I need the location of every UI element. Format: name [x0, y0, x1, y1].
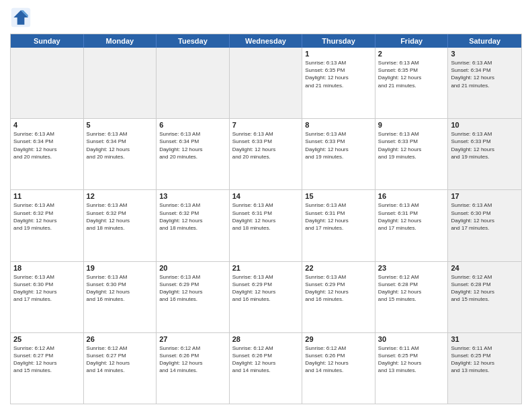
day-number: 26 [87, 335, 154, 343]
day-number: 9 [378, 121, 445, 129]
calendar-cell: 6Sunrise: 6:13 AM Sunset: 6:34 PM Daylig… [157, 119, 230, 189]
cell-info: Sunrise: 6:13 AM Sunset: 6:34 PM Dayligh… [451, 59, 519, 89]
day-number: 3 [451, 50, 519, 58]
cal-header-day: Wednesday [230, 34, 303, 48]
day-number: 13 [159, 192, 226, 200]
cal-header-day: Sunday [11, 34, 84, 48]
day-number: 23 [378, 264, 445, 272]
calendar-cell: 17Sunrise: 6:13 AM Sunset: 6:30 PM Dayli… [448, 190, 521, 261]
cell-info: Sunrise: 6:12 AM Sunset: 6:26 PM Dayligh… [305, 345, 372, 375]
calendar-cell: 12Sunrise: 6:13 AM Sunset: 6:32 PM Dayli… [84, 190, 157, 261]
calendar-cell: 18Sunrise: 6:13 AM Sunset: 6:30 PM Dayli… [11, 262, 84, 332]
calendar-cell: 9Sunrise: 6:13 AM Sunset: 6:33 PM Daylig… [375, 119, 449, 189]
calendar-cell: 24Sunrise: 6:12 AM Sunset: 6:28 PM Dayli… [448, 262, 521, 332]
header [10, 7, 522, 28]
cal-header-day: Friday [375, 34, 449, 48]
calendar-cell: 15Sunrise: 6:13 AM Sunset: 6:31 PM Dayli… [302, 190, 375, 261]
day-number: 22 [305, 264, 372, 272]
calendar-cell: 30Sunrise: 6:11 AM Sunset: 6:25 PM Dayli… [375, 333, 449, 404]
calendar-cell: 22Sunrise: 6:13 AM Sunset: 6:29 PM Dayli… [302, 262, 375, 332]
cell-info: Sunrise: 6:12 AM Sunset: 6:27 PM Dayligh… [87, 345, 154, 375]
logo-icon [10, 7, 32, 28]
logo [10, 7, 34, 28]
cell-info: Sunrise: 6:13 AM Sunset: 6:29 PM Dayligh… [159, 273, 226, 304]
day-number: 2 [378, 50, 445, 58]
cell-info: Sunrise: 6:13 AM Sunset: 6:34 PM Dayligh… [159, 130, 226, 161]
calendar-cell: 1Sunrise: 6:13 AM Sunset: 6:35 PM Daylig… [302, 48, 375, 118]
calendar-cell [11, 48, 84, 118]
calendar-cell: 8Sunrise: 6:13 AM Sunset: 6:33 PM Daylig… [302, 119, 375, 189]
cell-info: Sunrise: 6:13 AM Sunset: 6:34 PM Dayligh… [87, 130, 154, 161]
cell-info: Sunrise: 6:13 AM Sunset: 6:32 PM Dayligh… [87, 201, 154, 232]
calendar-cell: 13Sunrise: 6:13 AM Sunset: 6:32 PM Dayli… [157, 190, 230, 261]
calendar-cell: 2Sunrise: 6:13 AM Sunset: 6:35 PM Daylig… [375, 48, 449, 118]
calendar-cell [230, 48, 303, 118]
day-number: 10 [451, 121, 519, 129]
cal-header-day: Thursday [302, 34, 375, 48]
cell-info: Sunrise: 6:13 AM Sunset: 6:33 PM Dayligh… [378, 130, 445, 161]
calendar-cell: 29Sunrise: 6:12 AM Sunset: 6:26 PM Dayli… [302, 333, 375, 404]
calendar-cell: 3Sunrise: 6:13 AM Sunset: 6:34 PM Daylig… [448, 48, 521, 118]
day-number: 30 [378, 335, 445, 343]
calendar-cell: 11Sunrise: 6:13 AM Sunset: 6:32 PM Dayli… [11, 190, 84, 261]
day-number: 6 [159, 121, 226, 129]
cell-info: Sunrise: 6:13 AM Sunset: 6:31 PM Dayligh… [232, 201, 300, 232]
day-number: 15 [305, 192, 372, 200]
day-number: 5 [87, 121, 154, 129]
cell-info: Sunrise: 6:13 AM Sunset: 6:30 PM Dayligh… [87, 273, 154, 304]
calendar-cell: 28Sunrise: 6:12 AM Sunset: 6:26 PM Dayli… [230, 333, 303, 404]
calendar-cell [84, 48, 157, 118]
day-number: 20 [159, 264, 226, 272]
cell-info: Sunrise: 6:13 AM Sunset: 6:35 PM Dayligh… [305, 59, 372, 89]
calendar-body: 1Sunrise: 6:13 AM Sunset: 6:35 PM Daylig… [11, 48, 521, 404]
calendar-week-row: 4Sunrise: 6:13 AM Sunset: 6:34 PM Daylig… [11, 119, 521, 190]
cell-info: Sunrise: 6:13 AM Sunset: 6:35 PM Dayligh… [378, 59, 445, 89]
day-number: 11 [13, 192, 81, 200]
calendar-cell: 14Sunrise: 6:13 AM Sunset: 6:31 PM Dayli… [230, 190, 303, 261]
calendar-cell: 21Sunrise: 6:13 AM Sunset: 6:29 PM Dayli… [230, 262, 303, 332]
calendar-cell: 7Sunrise: 6:13 AM Sunset: 6:33 PM Daylig… [230, 119, 303, 189]
cal-header-day: Monday [84, 34, 157, 48]
calendar-cell: 16Sunrise: 6:13 AM Sunset: 6:31 PM Dayli… [375, 190, 449, 261]
cell-info: Sunrise: 6:13 AM Sunset: 6:29 PM Dayligh… [232, 273, 300, 304]
cell-info: Sunrise: 6:13 AM Sunset: 6:31 PM Dayligh… [305, 201, 372, 232]
calendar-cell: 20Sunrise: 6:13 AM Sunset: 6:29 PM Dayli… [157, 262, 230, 332]
calendar-week-row: 11Sunrise: 6:13 AM Sunset: 6:32 PM Dayli… [11, 190, 521, 261]
cell-info: Sunrise: 6:13 AM Sunset: 6:33 PM Dayligh… [232, 130, 300, 161]
cell-info: Sunrise: 6:13 AM Sunset: 6:32 PM Dayligh… [13, 201, 81, 232]
cell-info: Sunrise: 6:12 AM Sunset: 6:26 PM Dayligh… [232, 345, 300, 375]
calendar-header: SundayMondayTuesdayWednesdayThursdayFrid… [11, 34, 521, 48]
day-number: 14 [232, 192, 300, 200]
calendar: SundayMondayTuesdayWednesdayThursdayFrid… [10, 34, 522, 404]
calendar-week-row: 18Sunrise: 6:13 AM Sunset: 6:30 PM Dayli… [11, 262, 521, 333]
day-number: 1 [305, 50, 372, 58]
calendar-cell: 10Sunrise: 6:13 AM Sunset: 6:33 PM Dayli… [448, 119, 521, 189]
cell-info: Sunrise: 6:13 AM Sunset: 6:32 PM Dayligh… [159, 201, 226, 232]
cell-info: Sunrise: 6:13 AM Sunset: 6:29 PM Dayligh… [305, 273, 372, 304]
cell-info: Sunrise: 6:13 AM Sunset: 6:31 PM Dayligh… [378, 201, 445, 232]
calendar-cell: 31Sunrise: 6:11 AM Sunset: 6:25 PM Dayli… [448, 333, 521, 404]
cell-info: Sunrise: 6:11 AM Sunset: 6:25 PM Dayligh… [378, 345, 445, 375]
calendar-cell: 25Sunrise: 6:12 AM Sunset: 6:27 PM Dayli… [11, 333, 84, 404]
day-number: 19 [87, 264, 154, 272]
day-number: 7 [232, 121, 300, 129]
cell-info: Sunrise: 6:12 AM Sunset: 6:28 PM Dayligh… [378, 273, 445, 304]
calendar-week-row: 1Sunrise: 6:13 AM Sunset: 6:35 PM Daylig… [11, 48, 521, 119]
day-number: 27 [159, 335, 226, 343]
day-number: 28 [232, 335, 300, 343]
cell-info: Sunrise: 6:13 AM Sunset: 6:30 PM Dayligh… [13, 273, 81, 304]
day-number: 24 [451, 264, 519, 272]
cell-info: Sunrise: 6:13 AM Sunset: 6:34 PM Dayligh… [13, 130, 81, 161]
day-number: 12 [87, 192, 154, 200]
calendar-cell: 26Sunrise: 6:12 AM Sunset: 6:27 PM Dayli… [84, 333, 157, 404]
calendar-cell [157, 48, 230, 118]
cell-info: Sunrise: 6:11 AM Sunset: 6:25 PM Dayligh… [451, 345, 519, 375]
calendar-cell: 4Sunrise: 6:13 AM Sunset: 6:34 PM Daylig… [11, 119, 84, 189]
cal-header-day: Saturday [448, 34, 521, 48]
calendar-cell: 19Sunrise: 6:13 AM Sunset: 6:30 PM Dayli… [84, 262, 157, 332]
day-number: 31 [451, 335, 519, 343]
day-number: 8 [305, 121, 372, 129]
calendar-cell: 5Sunrise: 6:13 AM Sunset: 6:34 PM Daylig… [84, 119, 157, 189]
page: SundayMondayTuesdayWednesdayThursdayFrid… [0, 0, 532, 411]
cal-header-day: Tuesday [157, 34, 230, 48]
